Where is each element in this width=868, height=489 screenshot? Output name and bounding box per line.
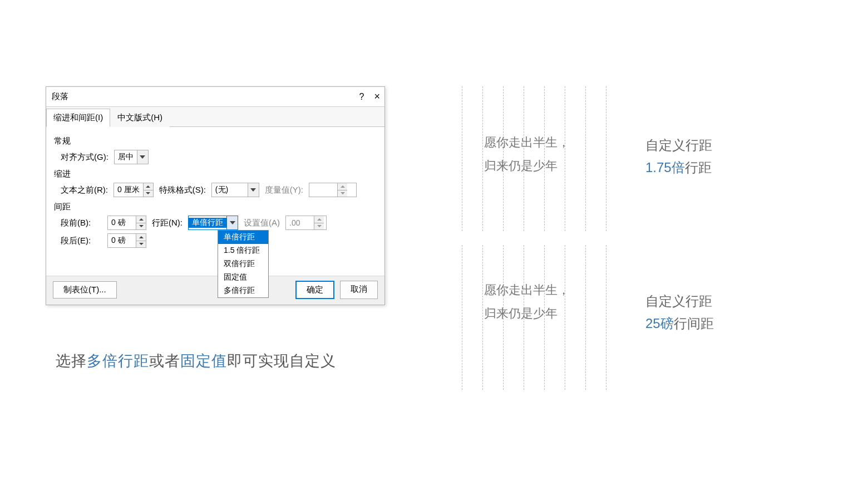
- measure-value-label: 度量值(Y):: [265, 185, 303, 195]
- caption-part: 或者: [149, 353, 180, 369]
- line-spacing-combo[interactable]: 单倍行距: [188, 216, 238, 230]
- tab-label: 中文版式(H): [117, 113, 162, 122]
- annotation-label: 自定义行距: [645, 292, 714, 310]
- dialog-footer: 制表位(T)... 确定 取消: [46, 276, 384, 305]
- dropdown-item-single[interactable]: 单倍行距: [218, 231, 268, 244]
- before-para-label: 段前(B):: [61, 218, 102, 228]
- tabs-button-label: 制表位(T)...: [63, 285, 106, 294]
- tabs-button[interactable]: 制表位(T)...: [53, 281, 117, 299]
- ok-button[interactable]: 确定: [295, 281, 334, 299]
- set-value-label: 设置值(A): [244, 218, 280, 228]
- spinner-down-icon[interactable]: [338, 190, 347, 197]
- group-general: 常规: [54, 136, 377, 146]
- dialog-title: 段落: [52, 91, 68, 102]
- annotation-number: 25磅: [645, 316, 674, 331]
- measure-value: [309, 183, 337, 197]
- before-para-spinner[interactable]: 0 磅: [107, 216, 146, 230]
- special-format-value: (无): [212, 185, 248, 195]
- special-format-label: 特殊格式(S):: [159, 185, 206, 195]
- sample-text-2: 愿你走出半生， 归来仍是少年: [484, 278, 570, 325]
- line-spacing-value: 单倍行距: [189, 218, 226, 228]
- spinner-up-icon[interactable]: [314, 216, 324, 223]
- sample-text-1: 愿你走出半生， 归来仍是少年: [484, 131, 570, 178]
- sample-line: 归来仍是少年: [484, 302, 570, 325]
- dropdown-item-fixed[interactable]: 固定值: [218, 271, 268, 284]
- dropdown-item-double[interactable]: 双倍行距: [218, 257, 268, 271]
- alignment-label: 对齐方式(G):: [61, 152, 108, 163]
- spinner-down-icon[interactable]: [136, 223, 146, 230]
- dialog-body: 常规 对齐方式(G): 居中 缩进 文本之前(R): 0 厘米 特殊格式(S):…: [46, 127, 384, 276]
- chevron-down-icon: [226, 216, 238, 229]
- help-button[interactable]: ?: [359, 92, 364, 102]
- annotation-suffix: 行距: [685, 160, 712, 175]
- set-value-num: .00: [286, 216, 314, 229]
- close-icon[interactable]: ×: [374, 91, 380, 102]
- spinner-up-icon[interactable]: [136, 216, 146, 223]
- alignment-combo[interactable]: 居中: [114, 150, 149, 164]
- line-spacing-dropdown: 单倍行距 1.5 倍行距 双倍行距 固定值 多倍行距: [218, 230, 269, 298]
- group-spacing: 间距: [54, 202, 377, 212]
- annotation-suffix: 行间距: [674, 316, 714, 331]
- measure-value-spinner[interactable]: [309, 183, 357, 197]
- caption-highlight: 多倍行距: [87, 353, 149, 369]
- group-indent: 缩进: [54, 169, 377, 179]
- text-before-label: 文本之前(R):: [61, 185, 108, 195]
- spinner-down-icon[interactable]: [144, 190, 153, 197]
- special-format-combo[interactable]: (无): [211, 183, 259, 197]
- spinner-down-icon[interactable]: [136, 241, 146, 248]
- spinner-down-icon[interactable]: [314, 223, 324, 230]
- dialog-tabs: 缩进和间距(I) 中文版式(H): [46, 107, 384, 127]
- annotation-2: 自定义行距 25磅行间距: [645, 292, 714, 332]
- chevron-down-icon: [137, 150, 148, 164]
- text-before-spinner[interactable]: 0 厘米: [114, 183, 154, 197]
- before-para-value: 0 磅: [108, 216, 136, 229]
- text-before-value: 0 厘米: [114, 183, 143, 197]
- dropdown-item-1-5[interactable]: 1.5 倍行距: [218, 244, 268, 257]
- set-value-spinner[interactable]: .00: [285, 216, 327, 230]
- caption-highlight: 固定值: [180, 353, 227, 369]
- tab-label: 缩进和间距(I): [53, 113, 103, 122]
- annotation-1: 自定义行距 1.75倍行距: [645, 136, 712, 177]
- line-spacing-label: 行距(N):: [152, 218, 183, 228]
- dropdown-item-multiple[interactable]: 多倍行距: [218, 284, 268, 297]
- chevron-down-icon: [248, 183, 259, 197]
- caption-text: 选择多倍行距或者固定值即可实现自定义: [56, 351, 336, 371]
- tab-chinese-layout[interactable]: 中文版式(H): [110, 109, 170, 127]
- alignment-value: 居中: [115, 152, 137, 162]
- sample-line: 归来仍是少年: [484, 154, 570, 178]
- ok-button-label: 确定: [307, 285, 323, 294]
- annotation-number: 1.75倍: [645, 160, 685, 175]
- annotation-label: 自定义行距: [645, 136, 712, 154]
- spinner-up-icon[interactable]: [144, 183, 153, 190]
- caption-part: 即可实现自定义: [227, 353, 336, 369]
- tab-indent-spacing[interactable]: 缩进和间距(I): [46, 109, 110, 127]
- caption-part: 选择: [56, 353, 87, 369]
- after-para-spinner[interactable]: 0 磅: [107, 233, 146, 248]
- paragraph-dialog: 段落 ? × 缩进和间距(I) 中文版式(H) 常规 对齐方式(G): 居中 缩…: [46, 86, 385, 305]
- sample-line: 愿你走出半生，: [484, 278, 570, 302]
- spinner-up-icon[interactable]: [338, 183, 347, 190]
- sample-line: 愿你走出半生，: [484, 131, 570, 154]
- spinner-up-icon[interactable]: [136, 234, 146, 241]
- after-para-value: 0 磅: [108, 234, 136, 247]
- cancel-button-label: 取消: [351, 284, 367, 294]
- after-para-label: 段后(E):: [61, 236, 102, 246]
- cancel-button[interactable]: 取消: [340, 281, 378, 299]
- dialog-titlebar: 段落 ? ×: [46, 87, 384, 107]
